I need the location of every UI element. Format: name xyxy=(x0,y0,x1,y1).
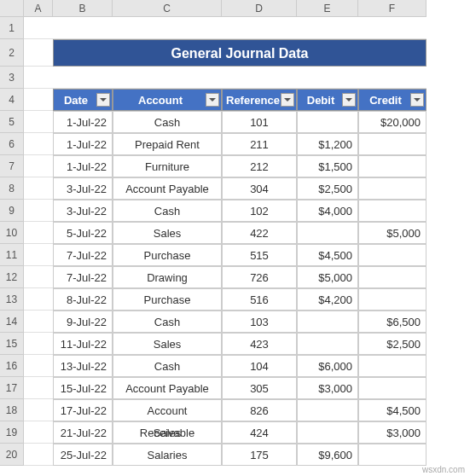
row-header-1[interactable]: 1 xyxy=(0,17,24,39)
cell-date[interactable]: 9-Jul-22 xyxy=(53,311,113,333)
filter-button-reference[interactable] xyxy=(281,93,294,107)
row-header-13[interactable]: 13 xyxy=(0,288,24,311)
cell-date[interactable]: 15-Jul-22 xyxy=(53,377,113,399)
cell-empty[interactable] xyxy=(113,67,222,89)
row-header-16[interactable]: 16 xyxy=(0,355,24,377)
cell-credit[interactable] xyxy=(358,288,426,311)
filter-button-date[interactable] xyxy=(96,93,110,107)
cell-reference[interactable]: 826 xyxy=(222,399,297,421)
cell-empty[interactable] xyxy=(24,17,53,39)
row-header-18[interactable]: 18 xyxy=(0,399,24,421)
cell-empty[interactable] xyxy=(297,17,358,39)
table-header-reference[interactable]: Reference xyxy=(222,89,297,111)
table-header-debit[interactable]: Debit xyxy=(297,89,358,111)
cell-credit[interactable]: $2,500 xyxy=(358,333,426,355)
cell-empty[interactable] xyxy=(297,67,358,89)
cell-credit[interactable] xyxy=(358,177,426,200)
cell-account[interactable]: Sales xyxy=(113,222,222,244)
cell-empty[interactable] xyxy=(113,17,222,39)
cell-A9[interactable] xyxy=(24,200,53,222)
cell-credit[interactable] xyxy=(358,133,426,155)
cell-credit[interactable] xyxy=(358,155,426,177)
cell-reference[interactable]: 422 xyxy=(222,222,297,244)
select-all-corner[interactable] xyxy=(0,0,24,17)
cell-credit[interactable] xyxy=(358,266,426,288)
cell-credit[interactable] xyxy=(358,355,426,377)
cell-empty[interactable] xyxy=(222,17,297,39)
cell-debit[interactable] xyxy=(297,111,358,133)
cell-account[interactable]: Prepaid Rent xyxy=(113,133,222,155)
cell-debit[interactable]: $2,500 xyxy=(297,177,358,200)
cell-reference[interactable]: 101 xyxy=(222,111,297,133)
row-header-14[interactable]: 14 xyxy=(0,311,24,333)
cell-date[interactable]: 1-Jul-22 xyxy=(53,133,113,155)
cell-A17[interactable] xyxy=(24,377,53,399)
cell-A5[interactable] xyxy=(24,111,53,133)
row-header-8[interactable]: 8 xyxy=(0,177,24,200)
cell-reference[interactable]: 175 xyxy=(222,444,297,466)
cell-account[interactable]: Furniture xyxy=(113,155,222,177)
cell-account[interactable]: Purchase xyxy=(113,244,222,266)
cell-reference[interactable]: 211 xyxy=(222,133,297,155)
cell-reference[interactable]: 103 xyxy=(222,311,297,333)
table-header-date[interactable]: Date xyxy=(53,89,113,111)
row-header-11[interactable]: 11 xyxy=(0,244,24,266)
row-header-15[interactable]: 15 xyxy=(0,333,24,355)
cell-debit[interactable]: $4,200 xyxy=(297,288,358,311)
cell-reference[interactable]: 305 xyxy=(222,377,297,399)
cell-reference[interactable]: 104 xyxy=(222,355,297,377)
cell-A15[interactable] xyxy=(24,333,53,355)
row-header-17[interactable]: 17 xyxy=(0,377,24,399)
cell-date[interactable]: 3-Jul-22 xyxy=(53,200,113,222)
cell-A19[interactable] xyxy=(24,421,53,444)
cell-date[interactable]: 1-Jul-22 xyxy=(53,111,113,133)
col-header-C[interactable]: C xyxy=(113,0,222,17)
cell-A4[interactable] xyxy=(24,89,53,111)
cell-empty[interactable] xyxy=(222,67,297,89)
table-header-account[interactable]: Account xyxy=(113,89,222,111)
cell-debit[interactable]: $1,200 xyxy=(297,133,358,155)
row-header-7[interactable]: 7 xyxy=(0,155,24,177)
cell-date[interactable]: 8-Jul-22 xyxy=(53,288,113,311)
cell-reference[interactable]: 102 xyxy=(222,200,297,222)
cell-account[interactable]: Sales xyxy=(113,333,222,355)
cell-reference[interactable]: 212 xyxy=(222,155,297,177)
row-header-2[interactable]: 2 xyxy=(0,39,24,67)
cell-debit[interactable]: $4,000 xyxy=(297,200,358,222)
cell-empty[interactable] xyxy=(53,17,113,39)
cell-empty[interactable] xyxy=(358,67,426,89)
row-header-12[interactable]: 12 xyxy=(0,266,24,288)
filter-button-debit[interactable] xyxy=(342,93,356,107)
cell-date[interactable]: 13-Jul-22 xyxy=(53,355,113,377)
cell-A2[interactable] xyxy=(24,39,53,67)
cell-debit[interactable] xyxy=(297,222,358,244)
cell-debit[interactable]: $5,000 xyxy=(297,266,358,288)
filter-button-credit[interactable] xyxy=(410,93,424,107)
cell-A16[interactable] xyxy=(24,355,53,377)
cell-debit[interactable]: $1,500 xyxy=(297,155,358,177)
row-header-20[interactable]: 20 xyxy=(0,444,24,466)
cell-credit[interactable] xyxy=(358,244,426,266)
row-header-9[interactable]: 9 xyxy=(0,200,24,222)
cell-A12[interactable] xyxy=(24,266,53,288)
title-cell[interactable]: General Journal Data xyxy=(53,39,426,67)
cell-date[interactable]: 7-Jul-22 xyxy=(53,266,113,288)
cell-date[interactable]: 3-Jul-22 xyxy=(53,177,113,200)
cell-date[interactable]: 21-Jul-22 xyxy=(53,421,113,444)
row-header-19[interactable]: 19 xyxy=(0,421,24,444)
col-header-A[interactable]: A xyxy=(24,0,53,17)
row-header-3[interactable]: 3 xyxy=(0,67,24,89)
row-header-6[interactable]: 6 xyxy=(0,133,24,155)
cell-account[interactable]: Salaries xyxy=(113,444,222,466)
cell-empty[interactable] xyxy=(358,17,426,39)
filter-button-account[interactable] xyxy=(206,93,219,107)
cell-empty[interactable] xyxy=(24,67,53,89)
cell-debit[interactable]: $4,500 xyxy=(297,244,358,266)
cell-empty[interactable] xyxy=(53,67,113,89)
cell-debit[interactable] xyxy=(297,333,358,355)
cell-account[interactable]: Account Payable xyxy=(113,177,222,200)
cell-debit[interactable]: $6,000 xyxy=(297,355,358,377)
cell-credit[interactable] xyxy=(358,444,426,466)
cell-A6[interactable] xyxy=(24,133,53,155)
cell-reference[interactable]: 516 xyxy=(222,288,297,311)
